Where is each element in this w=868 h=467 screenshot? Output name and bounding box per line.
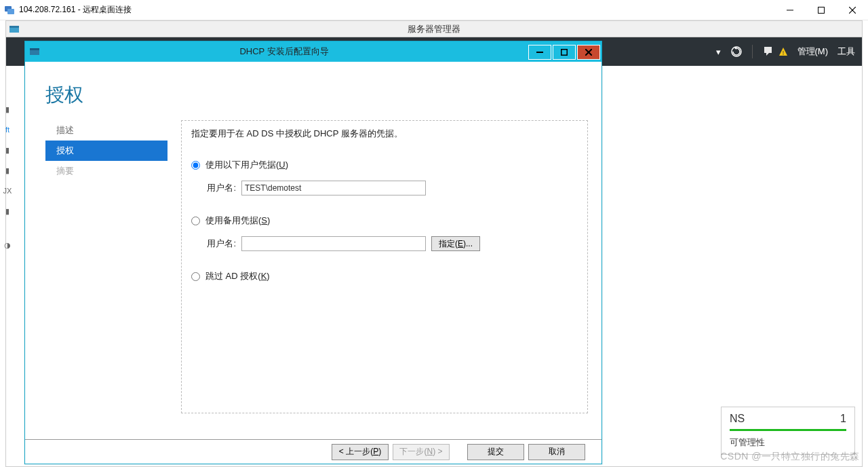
svg-rect-14 [536, 52, 543, 53]
refresh-button[interactable] [730, 45, 743, 58]
close-button[interactable] [837, 0, 868, 20]
svg-rect-15 [561, 50, 568, 56]
toolbar-dropdown[interactable]: ▾ [716, 47, 721, 57]
svg-rect-3 [818, 7, 825, 14]
svg-rect-7 [9, 26, 19, 28]
commit-button[interactable]: 提交 [467, 444, 524, 460]
cancel-button[interactable]: 取消 [528, 444, 585, 460]
current-username-input [241, 181, 426, 195]
role-count: 1 [840, 413, 846, 425]
tools-menu[interactable]: 工具 [837, 45, 855, 58]
opt2-label: 使用备用凭据(S) [205, 214, 270, 227]
left-icon-strip: ▮ ft ▮ ▮ JX ▮ ◑ [0, 58, 15, 466]
option-use-alternate-credentials[interactable]: 使用备用凭据(S) [191, 214, 578, 227]
warning-icon: ! [778, 47, 788, 56]
wizard-description: 指定要用于在 AD DS 中授权此 DHCP 服务器的凭据。 [191, 128, 578, 140]
server-manager-icon [9, 24, 20, 35]
option-skip-ad-authorization[interactable]: 跳过 AD 授权(K) [191, 270, 578, 282]
nav-summary[interactable]: 摘要 [45, 161, 167, 181]
role-label: NS [730, 413, 745, 425]
wizard-body: 授权 描述 授权 摘要 指定要用于在 AD DS 中授权此 DHCP 服务器的凭… [25, 62, 601, 439]
nav-description[interactable]: 描述 [45, 120, 167, 141]
svg-rect-1 [7, 9, 14, 14]
rdp-title: 104.208.72.161 - 远程桌面连接 [19, 4, 132, 16]
nav-authorize[interactable]: 授权 [45, 141, 167, 161]
opt3-label: 跳过 AD 授权(K) [205, 270, 270, 282]
wizard-minimize-button[interactable] [528, 45, 551, 60]
notifications-button[interactable]: ! [762, 45, 788, 58]
current-username-row: 用户名: [205, 181, 578, 195]
wizard-footer: < 上一步(P) 下一步(N) > 提交 取消 [25, 439, 601, 464]
minimize-button[interactable] [774, 0, 806, 20]
manage-menu[interactable]: 管理(M) [797, 45, 829, 58]
rdp-icon [4, 5, 15, 16]
wizard-titlebar[interactable]: DHCP 安装后配置向导 [25, 41, 601, 62]
wizard-icon [29, 46, 40, 57]
wizard-controls [528, 43, 601, 60]
wizard-main: 指定要用于在 AD DS 中授权此 DHCP 服务器的凭据。 使用以下用户凭据(… [181, 120, 588, 413]
radio-skip-authorization[interactable] [191, 272, 200, 281]
wizard-nav: 描述 授权 摘要 [45, 120, 167, 413]
dhcp-wizard: DHCP 安装后配置向导 授权 描述 授权 摘要 指定要用于在 AD DS 中授… [24, 41, 602, 464]
next-button: 下一步(N) > [393, 444, 450, 460]
radio-current-credentials[interactable] [191, 161, 200, 170]
toolbar-divider [752, 45, 753, 58]
svg-rect-13 [30, 48, 39, 50]
server-manager-title: 服务器管理器 [408, 23, 460, 35]
maximize-button[interactable] [806, 0, 837, 20]
specify-button[interactable]: 指定(E)... [431, 236, 480, 251]
rdp-window-controls [774, 0, 868, 20]
radio-alternate-credentials[interactable] [191, 217, 200, 225]
username-label-2: 用户名: [205, 238, 236, 250]
status-bar [730, 429, 846, 431]
manageability-label: 可管理性 [730, 436, 846, 449]
wizard-heading: 授权 [45, 82, 588, 108]
option-use-current-credentials[interactable]: 使用以下用户凭据(U) [191, 159, 578, 171]
opt1-label: 使用以下用户凭据(U) [205, 159, 288, 171]
wizard-title: DHCP 安装后配置向导 [40, 45, 528, 58]
prev-button[interactable]: < 上一步(P) [332, 444, 389, 460]
role-tile: NS 1 可管理性 [721, 407, 855, 455]
wizard-maximize-button[interactable] [553, 45, 576, 60]
rdp-titlebar: 104.208.72.161 - 远程桌面连接 [0, 0, 868, 20]
wizard-close-button[interactable] [577, 45, 600, 60]
username-label-1: 用户名: [205, 182, 236, 194]
alternate-username-input[interactable] [241, 236, 426, 251]
alternate-username-row: 用户名: 指定(E)... [205, 236, 578, 251]
server-manager-titlebar: 服务器管理器 [6, 21, 862, 37]
svg-text:!: ! [782, 50, 784, 56]
